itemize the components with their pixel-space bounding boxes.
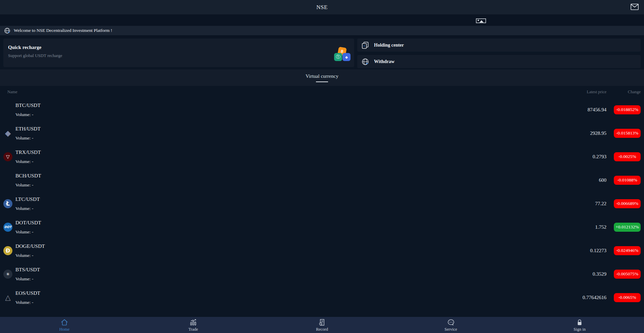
change-badge: -0.018852% [614,105,641,114]
latest-price: 0.77642616 [526,295,606,300]
ethereum-icon: ◆ [342,53,351,61]
pair-name: BCH/USDT [15,173,526,179]
pair-volume: Volume: - [15,112,526,117]
pair-name: EOS/USDT [15,290,526,296]
market-table: BTC/USDT Volume: - 87456.94 -0.018852% ◆… [0,98,644,309]
pair-name: BTC/USDT [15,102,526,108]
quick-actions: Holding center Withdraw [357,39,641,68]
holding-center-icon [362,42,369,49]
nav-item-home[interactable]: Home [0,317,129,333]
banner-strip [0,14,644,26]
bch-icon [3,176,12,185]
app-header: NSE [0,0,644,14]
table-row-bts[interactable]: ✳ BTS/USDT Volume: - 0.3529 -0.005075% [0,262,644,286]
table-row-doge[interactable]: Ð DOGE/USDT Volume: - 0.12273 -0.024946% [0,239,644,262]
pair-volume: Volume: - [15,229,526,235]
nav-item-service[interactable]: Service [386,317,515,333]
pair-name: DOGE/USDT [15,243,526,249]
page-title: NSE [316,4,328,11]
dot-icon: DOT [3,223,12,232]
nav-item-record[interactable]: Record [258,317,386,333]
pair-name: DOT/USDT [15,220,526,226]
pair-name: LTC/USDT [15,196,526,202]
pair-volume: Volume: - [15,159,526,164]
table-row-eth[interactable]: ◆ ETH/USDT Volume: - 2928.95 -0.015813% [0,121,644,145]
crypto-cluster: ฿ Ⓣ ◆ [334,47,351,62]
latest-price: 0.2793 [526,154,606,160]
pair-name: TRX/USDT [15,149,526,155]
change-badge: -0.005075% [614,270,641,279]
pair-volume: Volume: - [15,182,526,188]
quick-recharge-subtitle: Support global USDT recharge [8,53,354,58]
withdraw-globe-icon [362,58,369,65]
latest-price: 87456.94 [526,107,606,113]
doge-icon: Ð [3,246,12,255]
table-row-btc[interactable]: BTC/USDT Volume: - 87456.94 -0.018852% [0,98,644,121]
nav-item-trade[interactable]: Trade [129,317,258,333]
latest-price: 0.12273 [526,248,606,254]
column-change: Change [614,90,641,95]
latest-price: 2928.95 [526,130,606,136]
holding-center-label: Holding center [374,43,404,48]
lock-icon [576,319,583,326]
table-row-trx[interactable]: ▽ TRX/USDT Volume: - 0.2793 -0.0025% [0,145,644,168]
table-row-dot[interactable]: DOT DOT/USDT Volume: - 1.752 +0.012132% [0,215,644,239]
latest-price: 600 [526,177,606,183]
tether-icon: Ⓣ [334,53,342,61]
pair-name: ETH/USDT [15,126,526,132]
change-badge: -0.024946% [614,246,641,255]
record-document-icon [318,319,326,326]
pair-volume: Volume: - [15,206,526,211]
withdraw-button[interactable]: Withdraw [357,55,641,68]
nav-label-signin: Sign in [574,327,586,332]
spacer [0,35,644,38]
table-row-ltc[interactable]: Ł LTC/USDT Volume: - 77.22 -0.006689% [0,192,644,215]
eth-icon: ◆ [3,129,12,138]
change-badge: -0.0065% [614,293,641,302]
announcement-bar: Welcome to NSE Decentralized Investment … [0,26,644,35]
latest-price: 77.22 [526,201,606,207]
btc-icon [3,105,12,114]
change-badge: -0.01088% [614,176,641,185]
pair-volume: Volume: - [15,276,526,282]
trade-chart-icon [189,319,197,326]
announcement-text: Welcome to NSE Decentralized Investment … [14,28,112,33]
column-name: Name [7,90,526,95]
bottom-nav: Home Trade Record [0,317,644,333]
tab-virtual-currency-label: Virtual currency [306,73,338,79]
cards-row: Quick recharge Support global USDT recha… [0,38,644,68]
nav-label-service: Service [444,327,457,332]
trx-icon: ▽ [3,152,12,161]
market-tab-band: Virtual currency [0,69,644,86]
pair-volume: Volume: - [15,135,526,141]
mail-icon[interactable] [631,4,639,10]
change-badge: -0.0025% [614,152,641,161]
pair-name: BTS/USDT [15,267,526,273]
nav-label-trade: Trade [189,327,198,332]
table-row-eos[interactable]: △ EOS/USDT Volume: - 0.77642616 -0.0065% [0,286,644,309]
withdraw-label: Withdraw [374,59,394,64]
latest-price: 1.752 [526,224,606,230]
change-badge: -0.015813% [614,129,641,138]
globe-icon [4,27,10,34]
home-icon [60,319,68,326]
ltc-icon: Ł [3,199,12,208]
table-row-bch[interactable]: BCH/USDT Volume: - 600 -0.01088% [0,168,644,192]
nav-item-signin[interactable]: Sign in [515,317,644,333]
change-badge: -0.006689% [614,199,641,208]
column-latest-price: Latest price [526,90,606,95]
change-badge: +0.012132% [614,223,641,232]
image-placeholder-icon [476,18,486,23]
eos-icon: △ [3,293,12,302]
latest-price: 0.3529 [526,271,606,277]
quick-recharge-card[interactable]: Quick recharge Support global USDT recha… [3,39,354,67]
quick-recharge-title: Quick recharge [8,45,354,50]
service-chat-icon [447,319,455,326]
pair-volume: Volume: - [15,300,526,305]
nav-label-home: Home [59,327,70,332]
table-header: Name Latest price Change [0,86,644,98]
bts-icon: ✳ [3,270,12,279]
tab-active-underline [316,81,328,82]
holding-center-button[interactable]: Holding center [357,39,641,52]
tab-virtual-currency[interactable]: Virtual currency [306,73,338,82]
